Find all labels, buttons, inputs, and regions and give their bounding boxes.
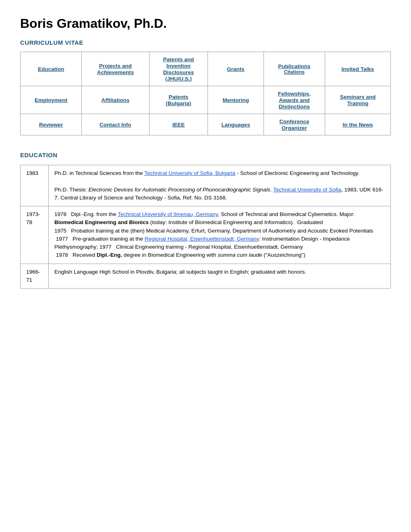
nav-link-languages[interactable]: Languages <box>221 122 250 128</box>
edu-content-1973: 1978 Dipl.-Eng. from the Technical Unive… <box>49 206 391 264</box>
nav-table: Education Projects andAchievements Paten… <box>20 52 391 135</box>
nav-cell-patents-bg[interactable]: Patents(Bulgaria) <box>149 86 208 114</box>
link-tu-ilmenau[interactable]: Technical University of Ilmenau, Germany <box>118 211 218 217</box>
link-tu-sofia-1[interactable]: Technical University of Sofia, Bulgaria <box>144 170 235 176</box>
edu-1973-major: Biomedical Engineering and Bionics <box>54 219 149 225</box>
edu-text-1983-thesis-rest: . <box>270 187 273 193</box>
edu-text-1983-thesis-label: Ph.D. Thesis: <box>54 187 89 193</box>
nav-link-publications[interactable]: Publications <box>278 63 310 69</box>
edu-1966-text: English Language High School in Plovdiv,… <box>54 269 306 275</box>
nav-link-invited-talks[interactable]: Invited Talks <box>342 66 374 72</box>
nav-cell-invited-talks[interactable]: Invited Talks <box>325 52 390 86</box>
nav-cell-seminars[interactable]: Seminars andTraining <box>325 86 390 114</box>
nav-link-grants[interactable]: Grants <box>227 66 245 72</box>
page-title: Boris Gramatikov, Ph.D. <box>20 16 391 31</box>
edu-1973-line1b: , School of Technical and Biomedical Cyb… <box>218 211 355 217</box>
edu-content-1983: Ph.D. in Technical Sciences from the Tec… <box>49 165 391 206</box>
edu-1973-line1: 1978 Dipl.-Eng. from the <box>54 211 118 217</box>
nav-cell-ieee[interactable]: IEEE <box>149 114 208 135</box>
nav-cell-conference[interactable]: ConferenceOrganizer <box>264 114 325 135</box>
edu-1973-summa: summa cum laude <box>218 252 262 258</box>
nav-cell-grants[interactable]: Grants <box>208 52 264 86</box>
edu-1973-auszeichnung: ("Auszeichnung") <box>262 252 305 258</box>
nav-link-citations[interactable]: Citations <box>269 69 320 75</box>
nav-link-conference[interactable]: ConferenceOrganizer <box>279 118 309 131</box>
edu-1973-line4-indent: 1978 Received <box>54 252 97 258</box>
nav-link-seminars[interactable]: Seminars andTraining <box>340 94 376 106</box>
nav-link-fellowships[interactable]: Fellowships,Awards andDistinctions <box>278 91 311 110</box>
nav-link-mentoring[interactable]: Mentoring <box>222 97 249 103</box>
edu-1973-line2: 1975 Probation training at the (then) Me… <box>54 228 373 234</box>
nav-cell-fellowships[interactable]: Fellowships,Awards andDistinctions <box>264 86 325 114</box>
nav-row-2: Employment Affiliations Patents(Bulgaria… <box>21 86 391 114</box>
edu-row-1983: 1983 Ph.D. in Technical Sciences from th… <box>21 165 391 206</box>
edu-year-1966: 1966-71 <box>21 264 49 289</box>
cv-subtitle: CURRICULUM VITAE <box>20 39 391 46</box>
nav-link-patents-jhu[interactable]: Patents andInventionDisclosures(JHU/U.S.… <box>163 56 194 82</box>
edu-thesis-title: Electronic Devices for Automatic Process… <box>89 187 270 193</box>
edu-1973-degree: degree in Biomedical Engineering with <box>122 252 218 258</box>
edu-year-1983: 1983 <box>21 165 49 206</box>
nav-link-ieee[interactable]: IEEE <box>172 122 185 128</box>
nav-cell-publications[interactable]: Publications Citations <box>264 52 325 86</box>
nav-link-news[interactable]: In the News <box>342 122 373 128</box>
nav-link-employment[interactable]: Employment <box>35 97 67 103</box>
nav-link-education[interactable]: Education <box>38 66 64 72</box>
edu-text-1983-line1: Ph.D. in Technical Sciences from the <box>54 170 144 176</box>
nav-link-affiliations[interactable]: Affiliations <box>102 97 130 103</box>
nav-cell-affiliations[interactable]: Affiliations <box>82 86 149 114</box>
link-tu-sofia-2[interactable]: Technical University of Sofia <box>273 187 341 193</box>
edu-row-1973: 1973-78 1978 Dipl.-Eng. from the Technic… <box>21 206 391 264</box>
nav-link-reviewer[interactable]: Reviewer <box>39 122 63 128</box>
nav-cell-contact[interactable]: Contact Info <box>82 114 149 135</box>
link-regional-hospital[interactable]: Regional Hospital, Eisenhuettenstadt, Ge… <box>145 236 259 242</box>
edu-year-1973: 1973-78 <box>21 206 49 264</box>
nav-row-3: Reviewer Contact Info IEEE Languages Con… <box>21 114 391 135</box>
nav-cell-employment[interactable]: Employment <box>21 86 82 114</box>
nav-link-contact[interactable]: Contact Info <box>100 122 131 128</box>
education-heading: EDUCATION <box>20 152 391 158</box>
nav-cell-education[interactable]: Education <box>21 52 82 86</box>
nav-cell-projects[interactable]: Projects andAchievements <box>82 52 149 86</box>
nav-link-patents-bg[interactable]: Patents(Bulgaria) <box>166 94 191 106</box>
nav-cell-patents-jhu[interactable]: Patents andInventionDisclosures(JHU/U.S.… <box>149 52 208 86</box>
nav-cell-news[interactable]: In the News <box>325 114 390 135</box>
nav-cell-languages[interactable]: Languages <box>208 114 264 135</box>
nav-link-projects[interactable]: Projects andAchievements <box>97 63 134 75</box>
edu-content-1966: English Language High School in Plovdiv,… <box>49 264 391 289</box>
edu-1973-line3-indent: 1977 Pre-graduation training at the <box>54 236 145 242</box>
edu-1973-dipl: Dipl.-Eng. <box>97 252 122 258</box>
edu-1973-line1c: (today: Institute of Biomedical Engineer… <box>149 219 323 225</box>
edu-row-1966: 1966-71 English Language High School in … <box>21 264 391 289</box>
nav-cell-reviewer[interactable]: Reviewer <box>21 114 82 135</box>
edu-text-1983-line2: - School of Electronic Engineering and T… <box>235 170 359 176</box>
nav-row-1: Education Projects andAchievements Paten… <box>21 52 391 86</box>
nav-cell-mentoring[interactable]: Mentoring <box>208 86 264 114</box>
education-table: 1983 Ph.D. in Technical Sciences from th… <box>20 165 391 289</box>
